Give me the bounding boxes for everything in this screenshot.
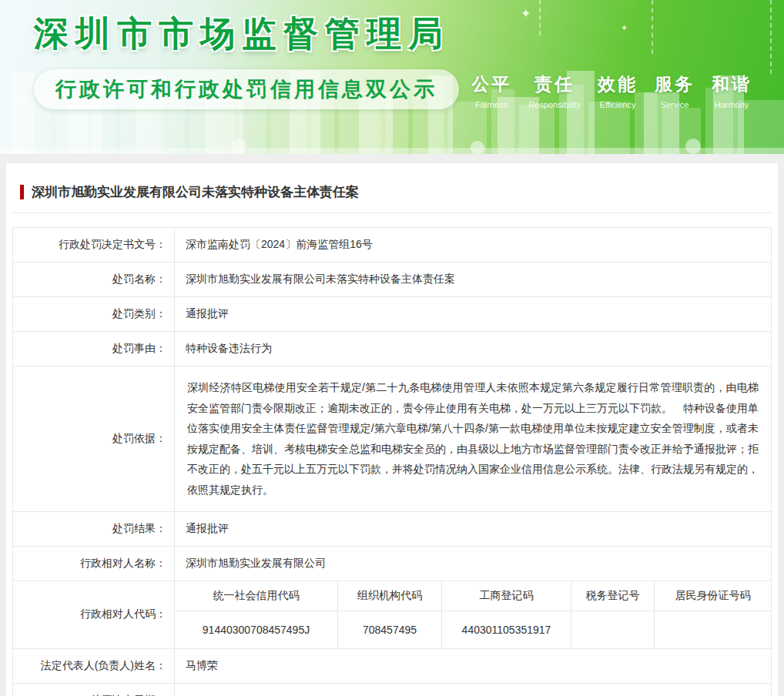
slogan-en: Efficiency	[600, 100, 636, 109]
slogan-en: Harmony	[715, 100, 749, 109]
decorative-dashed-line	[652, 0, 653, 54]
row-label: 行政处罚决定书文号：	[13, 228, 175, 263]
sparkle-icon: ✦	[621, 23, 628, 33]
slogan-cn: 责任	[534, 72, 575, 96]
row-value: 通报批评	[175, 511, 772, 546]
row-value: 2024-04-03	[175, 683, 772, 696]
red-accent-bar	[20, 185, 24, 199]
row-value: 通报批评	[175, 297, 772, 332]
row-value: 特种设备违法行为	[175, 332, 772, 366]
row-label: 法定代表人(负责人)姓名：	[13, 648, 175, 683]
slogan-en: Service	[661, 100, 689, 109]
row-label: 处罚决定日期：	[13, 683, 175, 696]
slogan-pair: 公平 Fairness	[471, 72, 511, 109]
row-value: 马博荣	[175, 648, 772, 683]
code-column-header: 居民身份证号码	[655, 581, 772, 611]
code-column-header: 统一社会信用代码	[175, 581, 338, 611]
code-column-header: 组织机构代码	[338, 581, 442, 611]
table-row-code-header: 行政相对人代码： 统一社会信用代码 组织机构代码 工商登记码 税务登记号 居民身…	[13, 581, 772, 611]
row-label: 行政相对人代码：	[13, 581, 175, 648]
table-row: 处罚决定日期： 2024-04-03	[13, 683, 772, 696]
slogan-pair: 和谐 Harmony	[712, 72, 752, 109]
slogan-group: 公平 Fairness 责任 Responsibility 效能 Efficie…	[471, 72, 752, 109]
row-value: 深圳经济特区电梯使用安全若干规定/第二十九条电梯使用管理人未依照本规定第六条规定…	[175, 366, 772, 512]
slogan-pair: 效能 Efficiency	[598, 72, 638, 109]
row-label: 处罚类别：	[13, 297, 175, 332]
table-row: 处罚类别： 通报批评	[13, 297, 772, 332]
code-value-cell	[571, 611, 655, 648]
code-value-cell: 440301105351917	[442, 611, 571, 648]
code-value-cell	[655, 611, 772, 648]
slogan-en: Responsibility	[528, 100, 581, 109]
slogan-cn: 和谐	[712, 72, 752, 96]
slogan-cn: 服务	[655, 72, 695, 96]
row-label: 行政相对人名称：	[13, 546, 175, 581]
code-column-header: 工商登记码	[442, 581, 571, 611]
row-value: 深市监南处罚〔2024〕前海监管组16号	[175, 228, 772, 263]
table-row: 处罚事由： 特种设备违法行为	[13, 332, 772, 366]
table-row: 行政处罚决定书文号： 深市监南处罚〔2024〕前海监管组16号	[13, 228, 772, 263]
slogan-pair: 责任 Responsibility	[528, 72, 581, 109]
row-label: 处罚名称：	[13, 263, 175, 297]
row-value: 深圳市旭勤实业发展有限公司	[175, 546, 772, 581]
slogan-cn: 公平	[471, 72, 511, 96]
table-row: 处罚依据： 深圳经济特区电梯使用安全若干规定/第二十九条电梯使用管理人未依照本规…	[13, 366, 772, 512]
site-title: 深圳市市场监督管理局	[34, 11, 459, 57]
row-label: 处罚事由：	[13, 332, 175, 366]
decorative-dashed-line	[770, 0, 772, 74]
code-value-cell: 708457495	[338, 611, 442, 648]
table-row: 行政相对人名称： 深圳市旭勤实业发展有限公司	[13, 546, 772, 581]
main-content: 深圳市旭勤实业发展有限公司未落实特种设备主体责任案 行政处罚决定书文号： 深市监…	[6, 163, 778, 696]
article-title: 深圳市旭勤实业发展有限公司未落实特种设备主体责任案	[12, 169, 772, 213]
decorative-dashed-line	[539, 0, 541, 35]
row-label: 处罚结果：	[13, 511, 175, 546]
row-label: 处罚依据：	[13, 366, 175, 512]
code-value-cell: 91440300708457495J	[175, 611, 338, 648]
row-value: 深圳市旭勤实业发展有限公司未落实特种设备主体责任案	[175, 263, 772, 297]
table-row: 法定代表人(负责人)姓名： 马博荣	[13, 648, 772, 683]
slogan-cn: 效能	[598, 72, 638, 96]
code-column-header: 税务登记号	[571, 581, 655, 611]
site-subtitle: 行政许可和行政处罚信用信息双公示	[34, 69, 459, 109]
table-row: 处罚名称： 深圳市旭勤实业发展有限公司未落实特种设备主体责任案	[13, 263, 772, 297]
header-banner: ✦ ✦ 深圳市市场监督管理局 行政许可和行政处罚信用信息双公示 公平 Fairn…	[0, 0, 784, 154]
slogan-en: Fairness	[475, 100, 508, 109]
penalty-info-table: 行政处罚决定书文号： 深市监南处罚〔2024〕前海监管组16号 处罚名称： 深圳…	[12, 227, 772, 696]
table-row: 处罚结果： 通报批评	[13, 511, 772, 546]
slogan-pair: 服务 Service	[655, 72, 695, 109]
page-title: 深圳市旭勤实业发展有限公司未落实特种设备主体责任案	[32, 183, 359, 201]
sparkle-icon: ✦	[521, 6, 531, 21]
